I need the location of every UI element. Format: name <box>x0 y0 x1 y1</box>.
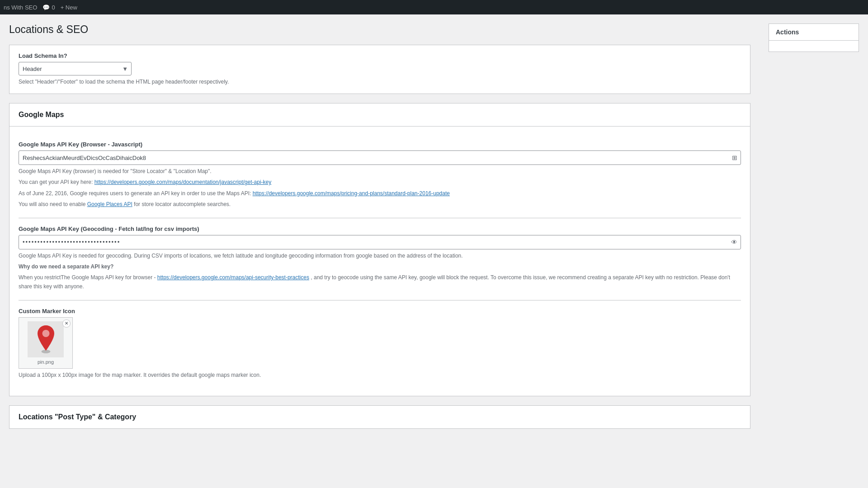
marker-icon-box: ✕ pin.png <box>19 317 73 369</box>
geocoding-label: Google Maps API Key (Geocoding - Fetch l… <box>19 225 741 232</box>
comments-icon: 💬 <box>42 4 50 11</box>
actions-panel-header: Actions <box>769 24 859 41</box>
api-key-link1[interactable]: https://developers.google.com/maps/docum… <box>94 179 272 185</box>
api-key-browser-desc: Google Maps API Key (browser) is needed … <box>19 167 741 176</box>
api-key-note: As of June 22, 2016, Google requires use… <box>19 189 741 198</box>
geocoding-reason: When you restrictThe Google Maps API key… <box>19 273 741 291</box>
geocoding-why: Why do we need a separate API key? <box>19 263 741 271</box>
actions-panel-body <box>769 41 859 52</box>
site-name: ns With SEO <box>4 4 37 11</box>
api-key-link1-prefix: You can get your API key here: <box>19 179 93 185</box>
api-key-places-prefix: You will also need to enable <box>19 201 87 207</box>
eye-icon: 👁 <box>731 239 737 246</box>
api-key-browser-input-wrapper: ⊞ <box>19 150 741 165</box>
new-item[interactable]: + New <box>61 4 77 11</box>
google-maps-inner: Google Maps API Key (Browser - Javascrip… <box>9 134 750 396</box>
marker-upload-desc: Upload a 100px x 100px image for the map… <box>19 371 741 380</box>
api-key-browser-label: Google Maps API Key (Browser - Javascrip… <box>19 141 741 148</box>
load-schema-select[interactable]: Header Footer <box>19 62 132 75</box>
custom-marker-group: Custom Marker Icon ✕ pin.png <box>19 308 741 380</box>
geocoding-input[interactable] <box>19 235 741 249</box>
custom-marker-label: Custom Marker Icon <box>19 308 741 314</box>
copy-icon: ⊞ <box>732 154 737 161</box>
divider-3 <box>19 300 741 300</box>
api-key-places-text: You will also need to enable Google Plac… <box>19 200 741 209</box>
api-key-browser-group: Google Maps API Key (Browser - Javascrip… <box>19 141 741 209</box>
load-schema-card: Load Schema In? Header Footer ▼ Select "… <box>9 45 750 94</box>
marker-filename: pin.png <box>23 359 69 365</box>
api-key-link1-text: You can get your API key here: https://d… <box>19 178 741 187</box>
geocoding-group: Google Maps API Key (Geocoding - Fetch l… <box>19 225 741 291</box>
marker-icon-placeholder <box>28 321 64 357</box>
comments-count: 0 <box>52 4 55 11</box>
geocoding-security-link[interactable]: https://developers.google.com/maps/api-s… <box>157 274 309 281</box>
geocoding-why-label: Why do we need a separate API key? <box>19 263 113 270</box>
api-key-places-suffix: for store locator autocomplete searches. <box>134 201 231 207</box>
api-key-places-link[interactable]: Google Places API <box>87 201 132 207</box>
google-maps-card: Google Maps Google Maps API Key (Browser… <box>9 103 750 396</box>
api-key-note-text: As of June 22, 2016, Google requires use… <box>19 190 251 197</box>
svg-point-1 <box>42 330 49 337</box>
content-area: Locations & SEO Load Schema In? Header F… <box>9 23 750 438</box>
comments-item[interactable]: 💬 0 <box>42 4 55 11</box>
google-maps-title: Google Maps <box>9 103 750 119</box>
geocoding-reason-prefix: When you restrictThe Google Maps API key… <box>19 274 156 281</box>
load-schema-inner: Load Schema In? Header Footer ▼ Select "… <box>9 45 750 94</box>
locations-post-type-title: Locations "Post Type" & Category <box>9 406 750 428</box>
geocoding-input-wrapper: 👁 <box>19 235 741 249</box>
load-schema-label: Load Schema In? <box>19 52 741 59</box>
page-title: Locations & SEO <box>9 23 750 36</box>
geocoding-desc: Google Maps API Key is needed for geocod… <box>19 252 741 260</box>
pin-svg <box>36 324 56 354</box>
load-schema-description: Select "Header"/"Footer" to load the sch… <box>19 78 741 86</box>
top-bar: ns With SEO 💬 0 + New <box>0 0 868 14</box>
api-key-browser-input[interactable] <box>19 150 741 165</box>
divider-2 <box>19 218 741 218</box>
layout-wrapper: Locations & SEO Load Schema In? Header F… <box>0 14 868 447</box>
remove-marker-button[interactable]: ✕ <box>62 319 71 328</box>
api-key-link2[interactable]: https://developers.google.com/maps/prici… <box>253 190 450 197</box>
load-schema-select-wrapper: Header Footer ▼ <box>19 62 132 75</box>
locations-post-type-card: Locations "Post Type" & Category <box>9 405 750 429</box>
divider-1 <box>9 126 750 127</box>
actions-panel: Actions <box>769 23 859 52</box>
